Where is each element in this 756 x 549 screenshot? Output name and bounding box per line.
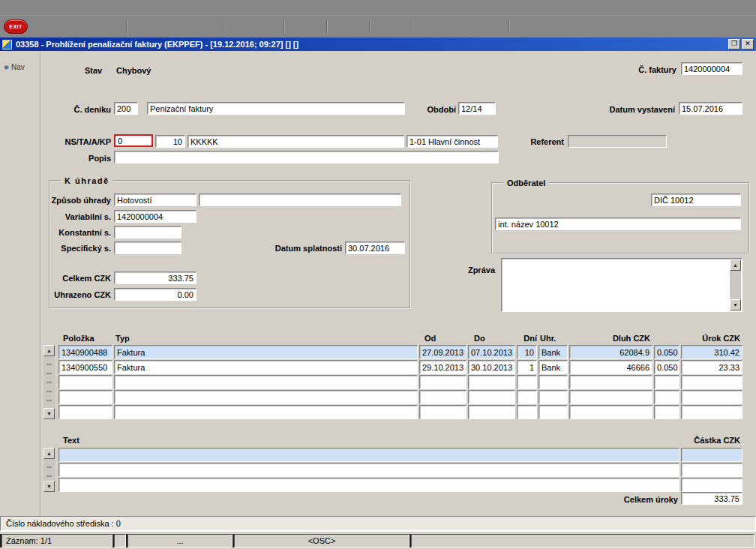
clear-record-icon[interactable] xyxy=(105,18,123,36)
cell-typ[interactable]: Faktura xyxy=(114,345,418,359)
items-table-row[interactable] xyxy=(58,375,742,389)
cell-uhr[interactable] xyxy=(538,405,568,419)
cell-uhr[interactable]: Bank xyxy=(538,360,568,374)
cell-typ[interactable] xyxy=(114,375,418,389)
menu-item-filtry[interactable] xyxy=(98,5,108,10)
cell-dni[interactable] xyxy=(517,375,537,389)
cell-uhr[interactable] xyxy=(538,375,568,389)
datum-vystaveni-field[interactable]: 15.07.2016 xyxy=(679,102,742,115)
menu-item-dotaz[interactable] xyxy=(24,5,34,10)
sort-desc-icon[interactable] xyxy=(148,18,166,36)
toolbar-icon[interactable] xyxy=(280,18,287,36)
scroll-up-icon[interactable]: ▲ xyxy=(730,260,741,271)
ns-field-3[interactable]: KKKKK xyxy=(188,135,404,148)
cell-od[interactable] xyxy=(419,405,466,419)
popis-field[interactable] xyxy=(114,151,499,164)
help-icon[interactable] xyxy=(620,18,638,36)
cell-dluh[interactable] xyxy=(569,390,652,404)
user-help-icon[interactable] xyxy=(602,18,620,36)
cell-polozka[interactable] xyxy=(58,405,112,419)
menu-item-napoveda[interactable] xyxy=(87,5,98,10)
filter-icon[interactable] xyxy=(202,18,220,36)
cell-do[interactable]: 30.10.2013 xyxy=(468,360,515,374)
cell-urok[interactable]: 23.33 xyxy=(681,360,742,374)
exit-button[interactable]: EXIT xyxy=(4,20,28,34)
home-detail-icon[interactable] xyxy=(87,18,105,36)
denik-nazev-field[interactable]: Penizační faktury xyxy=(147,102,405,115)
zprava-scrollbar[interactable]: ▲ ▼ xyxy=(730,260,741,310)
toolbar-icon[interactable] xyxy=(506,18,512,36)
calendar-icon[interactable] xyxy=(416,18,434,36)
text-scroll-up-icon[interactable]: ▲ xyxy=(44,448,55,459)
tools-icon[interactable] xyxy=(184,18,202,36)
restore-window-icon[interactable]: ❐ xyxy=(728,39,740,50)
zoom-document-icon[interactable] xyxy=(348,18,366,36)
text-scroll-track[interactable] xyxy=(46,459,52,481)
items-table-row[interactable] xyxy=(58,390,742,404)
cell-od[interactable] xyxy=(419,375,466,389)
c-faktury-field[interactable]: 1420000004 xyxy=(681,62,742,75)
items-scroll-up-icon[interactable]: ▲ xyxy=(44,345,55,356)
windows-icon[interactable] xyxy=(512,18,530,36)
uhrazeno-czk-field[interactable]: 0.00 xyxy=(114,288,196,301)
cell-dluh[interactable] xyxy=(569,405,652,419)
ns-field-1[interactable]: 0 xyxy=(114,134,153,147)
menu-item-pole[interactable] xyxy=(56,5,66,10)
toolbar-icon[interactable] xyxy=(123,18,130,36)
cell-do[interactable] xyxy=(468,405,515,419)
menu-item-akce[interactable] xyxy=(3,5,14,10)
paste-icon[interactable] xyxy=(305,18,323,36)
cell-od[interactable] xyxy=(419,390,466,404)
variabilni-field[interactable]: 1420000004 xyxy=(114,210,196,223)
toolbar-icon[interactable] xyxy=(366,18,373,36)
text-table-row[interactable] xyxy=(58,463,742,477)
obdobi-field[interactable]: 12/14 xyxy=(458,102,496,115)
cell-castka[interactable] xyxy=(681,448,742,462)
items-scroll-down-icon[interactable]: ▼ xyxy=(44,408,55,419)
cell-uhr[interactable] xyxy=(538,390,568,404)
cell-urok[interactable] xyxy=(681,375,742,389)
close-window-icon[interactable]: ✕ xyxy=(742,39,754,50)
cell-text[interactable] xyxy=(58,478,680,492)
konstantni-field[interactable] xyxy=(114,226,182,238)
referent-field[interactable] xyxy=(568,135,667,148)
text-table-row[interactable] xyxy=(58,478,742,492)
accept-icon[interactable] xyxy=(166,18,184,36)
specificky-field[interactable] xyxy=(114,242,182,254)
cell-od[interactable]: 27.09.2013 xyxy=(419,345,466,359)
celkem-uroky-field[interactable]: 333.75 xyxy=(681,492,742,505)
zpusob-uhrady-nazev-field[interactable] xyxy=(199,194,401,206)
cell-sazba[interactable] xyxy=(654,375,680,389)
cut-icon[interactable] xyxy=(287,18,305,36)
cell-polozka[interactable]: 1340900550 xyxy=(58,360,112,374)
odberatel-dic-field[interactable]: DIČ 10012 xyxy=(651,194,741,206)
list-icon[interactable] xyxy=(373,18,391,36)
toolbar-icon[interactable] xyxy=(220,18,226,36)
cell-urok[interactable] xyxy=(681,405,742,419)
globe-icon[interactable] xyxy=(452,18,470,36)
zprava-textarea[interactable]: ▲ ▼ xyxy=(501,258,742,312)
cell-do[interactable]: 07.10.2013 xyxy=(468,345,515,359)
menu-item-zaznam[interactable] xyxy=(45,5,56,10)
sort-asc-icon[interactable] xyxy=(130,18,148,36)
cell-typ[interactable]: Faktura xyxy=(114,360,418,374)
cell-do[interactable] xyxy=(468,375,515,389)
cell-dluh[interactable]: 62084.9 xyxy=(569,345,652,359)
cell-dni[interactable] xyxy=(517,405,537,419)
toolbar-icon[interactable] xyxy=(323,18,330,36)
text-scrollbar[interactable]: ▲ ▼ xyxy=(44,448,55,492)
cell-dluh[interactable]: 46666 xyxy=(569,360,652,374)
sum-icon[interactable] xyxy=(548,18,566,36)
odberatel-nazev-field[interactable]: int. název 10012 xyxy=(495,218,741,230)
cell-text[interactable] xyxy=(58,448,680,462)
cell-castka[interactable] xyxy=(681,478,742,492)
cell-polozka[interactable] xyxy=(58,375,112,389)
items-scroll-track[interactable] xyxy=(46,356,52,408)
text-table-row[interactable] xyxy=(58,448,742,462)
cell-dni[interactable] xyxy=(517,390,537,404)
cell-sazba[interactable]: 0.050 xyxy=(654,345,680,359)
favorites-icon[interactable] xyxy=(470,18,488,36)
web-icon[interactable] xyxy=(584,18,602,36)
items-table-row[interactable]: 1340900550 Faktura 29.10.2013 30.10.2013… xyxy=(58,360,742,374)
zoom-in-icon[interactable] xyxy=(330,18,348,36)
